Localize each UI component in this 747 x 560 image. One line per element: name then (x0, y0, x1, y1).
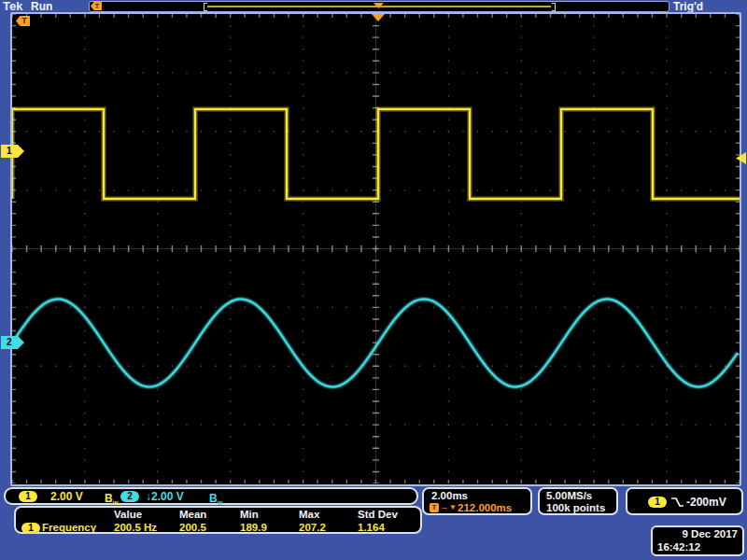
meas-header-stddev: Std Dev (358, 509, 398, 520)
channel1-badge[interactable]: 1 (19, 491, 37, 502)
delay-value: 212.000ms (458, 502, 512, 513)
trigger-level: -200mV (686, 496, 726, 509)
meas-header-min: Min (240, 509, 259, 520)
delay-arrow-icon: → (440, 502, 448, 511)
meas-header-value: Value (114, 509, 142, 520)
trigger-source-badge: 1 (648, 497, 667, 508)
channel2-bandwidth-icon: BW (209, 492, 222, 506)
meas-max: 207.2 (299, 522, 326, 533)
date-label: 9 Dec 2017 (683, 528, 738, 539)
meas-source-badge: 1 (21, 523, 40, 534)
horizontal-readout-box[interactable]: 2.00ms T → ▼ 212.000ms (422, 487, 532, 515)
horizontal-scale: 2.00ms (431, 490, 468, 501)
meas-mean: 200.5 (179, 522, 206, 533)
meas-header-mean: Mean (179, 509, 206, 520)
datetime-box: 9 Dec 2017 16:42:12 (651, 525, 744, 556)
channel2-badge[interactable]: 2 (120, 491, 139, 502)
trigger-t-badge-icon: T (430, 503, 439, 512)
channel-readout-bar[interactable]: 1 2.00 V BW 2 ↓2.00 V BW (4, 487, 418, 505)
acquisition-preview-bar[interactable]: T (89, 1, 669, 12)
channel1-scale: 2.00 V (50, 490, 83, 503)
waveforms (12, 14, 740, 483)
time-label: 16:42:12 (657, 541, 700, 553)
sample-rate: 5.00MS/s (546, 490, 592, 501)
trigger-state: Trig'd (673, 0, 703, 13)
acquisition-state: Run (31, 0, 52, 13)
meas-value: 200.5 Hz (114, 522, 157, 533)
meas-name: Frequency (42, 522, 96, 533)
record-length: 100k points (546, 502, 605, 513)
falling-edge-icon (670, 497, 684, 508)
measurement-box[interactable]: Value Mean Min Max Std Dev 1 Frequency 2… (14, 506, 422, 534)
tek-logo: Tek (3, 0, 22, 13)
channel2-scale: ↓2.00 V (146, 490, 184, 503)
meas-header-max: Max (299, 509, 319, 520)
meas-min: 189.9 (240, 522, 267, 533)
graticule: T 1 2 (12, 14, 740, 483)
meas-stddev: 1.164 (358, 522, 385, 533)
acquisition-readout-box: 5.00MS/s 100k points (538, 487, 618, 515)
preview-trigger-flag-icon: T (91, 2, 102, 10)
trigger-readout-box[interactable]: 1 -200mV (626, 487, 743, 515)
preview-window-right-bracket-icon (552, 3, 556, 11)
oscilloscope-screen: Tek Run T Trig'd T 1 2 1 2.00 V BW 2 ↓2.… (0, 0, 747, 560)
delay-marker-icon: ▼ (449, 503, 457, 511)
channel1-bandwidth-icon: BW (105, 492, 118, 506)
